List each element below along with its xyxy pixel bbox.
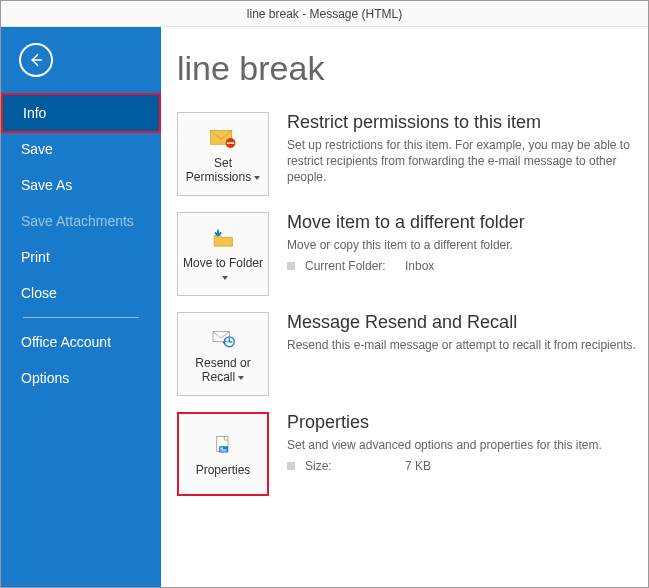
svg-rect-8 <box>221 449 227 450</box>
nav-item-options[interactable]: Options <box>1 360 161 396</box>
section-body: Set up restrictions for this item. For e… <box>287 137 648 186</box>
resend-recall-icon <box>208 323 238 353</box>
section-body: Move or copy this item to a different fo… <box>287 237 648 253</box>
tile-label: Resend or Recall <box>178 357 268 385</box>
nav-label: Info <box>23 105 46 121</box>
backstage-sidebar: Info Save Save As Save Attachments Print… <box>1 27 161 587</box>
tile-label: Set Permissions <box>178 157 268 185</box>
nav-divider <box>23 317 139 318</box>
meta-value: Inbox <box>405 259 434 273</box>
meta-value: 7 KB <box>405 459 431 473</box>
section-desc: Properties Set and view advanced options… <box>287 412 648 473</box>
nav-item-save[interactable]: Save <box>1 131 161 167</box>
folder-move-icon <box>208 223 238 253</box>
nav-label: Options <box>21 370 69 386</box>
nav-item-office-account[interactable]: Office Account <box>1 324 161 360</box>
nav-label: Office Account <box>21 334 111 350</box>
nav-item-print[interactable]: Print <box>1 239 161 275</box>
nav-label: Save Attachments <box>21 213 134 229</box>
section-desc: Message Resend and Recall Resend this e-… <box>287 312 648 353</box>
tile-label: Move to Folder <box>178 257 268 285</box>
chevron-down-icon <box>235 370 244 384</box>
section-properties: Properties Properties Set and view advan… <box>177 412 648 496</box>
bullet-icon <box>287 462 295 470</box>
section-heading: Move item to a different folder <box>287 212 648 233</box>
nav-label: Save As <box>21 177 72 193</box>
back-button[interactable] <box>19 43 53 77</box>
section-resend-recall: Resend or Recall Message Resend and Reca… <box>177 312 648 396</box>
section-meta: Current Folder: Inbox <box>287 259 648 273</box>
document-properties-icon <box>208 430 238 460</box>
svg-rect-9 <box>221 451 227 452</box>
nav-label: Print <box>21 249 50 265</box>
tile-set-permissions[interactable]: Set Permissions <box>177 112 269 196</box>
app-body: Info Save Save As Save Attachments Print… <box>1 27 648 587</box>
chevron-down-icon <box>251 170 260 184</box>
window-title: line break - Message (HTML) <box>247 7 402 21</box>
nav-list: Info Save Save As Save Attachments Print… <box>1 95 161 311</box>
section-heading: Restrict permissions to this item <box>287 112 648 133</box>
chevron-down-icon <box>219 270 228 284</box>
section-heading: Properties <box>287 412 648 433</box>
nav-label: Save <box>21 141 53 157</box>
section-move-folder: Move to Folder Move item to a different … <box>177 212 648 296</box>
tile-properties[interactable]: Properties <box>177 412 269 496</box>
page-title: line break <box>177 49 648 88</box>
nav-item-close[interactable]: Close <box>1 275 161 311</box>
section-restrict-permissions: Set Permissions Restrict permissions to … <box>177 112 648 196</box>
svg-rect-7 <box>221 448 224 449</box>
meta-label: Size: <box>305 459 395 473</box>
tile-move-to-folder[interactable]: Move to Folder <box>177 212 269 296</box>
nav-item-save-as[interactable]: Save As <box>1 167 161 203</box>
title-bar: line break - Message (HTML) <box>1 1 648 27</box>
tile-label: Properties <box>192 464 255 478</box>
section-desc: Restrict permissions to this item Set up… <box>287 112 648 186</box>
nav-footer: Office Account Options <box>1 324 161 396</box>
meta-label: Current Folder: <box>305 259 395 273</box>
main-pane: line break Set Permissions Restrict perm… <box>161 27 648 587</box>
svg-rect-2 <box>227 143 235 145</box>
nav-item-info[interactable]: Info <box>1 93 161 133</box>
arrow-left-icon <box>27 51 45 69</box>
section-heading: Message Resend and Recall <box>287 312 648 333</box>
nav-item-save-attachments: Save Attachments <box>1 203 161 239</box>
section-desc: Move item to a different folder Move or … <box>287 212 648 273</box>
envelope-blocked-icon <box>208 123 238 153</box>
section-body: Resend this e-mail message or attempt to… <box>287 337 648 353</box>
app-window: line break - Message (HTML) Info Save Sa… <box>0 0 649 588</box>
nav-label: Close <box>21 285 57 301</box>
tile-resend-recall[interactable]: Resend or Recall <box>177 312 269 396</box>
section-meta: Size: 7 KB <box>287 459 648 473</box>
bullet-icon <box>287 262 295 270</box>
section-body: Set and view advanced options and proper… <box>287 437 648 453</box>
